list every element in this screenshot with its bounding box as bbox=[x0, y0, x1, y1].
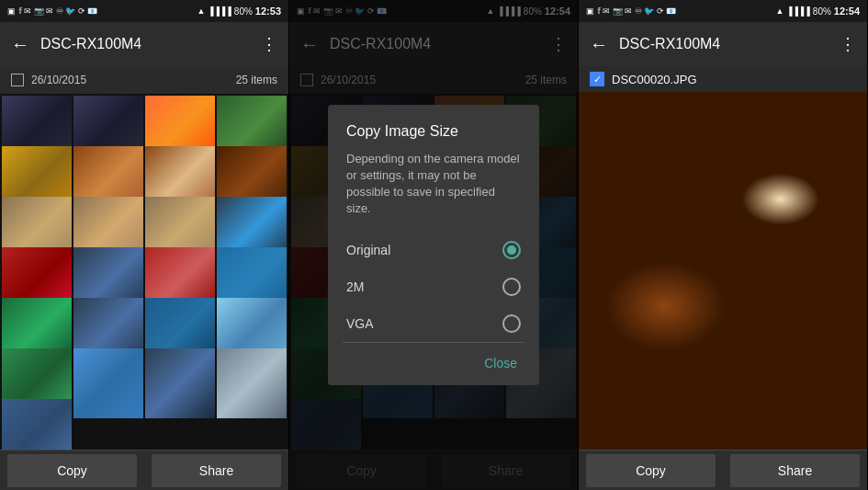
status-right-icons: ▲ ▐▐▐▐ 80% 12:53 bbox=[197, 6, 281, 17]
detail-filename-row: ✓ DSC00020.JPG bbox=[579, 66, 867, 92]
date-checkbox-1[interactable] bbox=[11, 74, 24, 86]
filename-checkbox[interactable]: ✓ bbox=[590, 72, 604, 86]
panel-1: ▣ 𝕗 ✉ 📷 ✉ ♾ 🐦 ⟳ 📧 ▲ ▐▐▐▐ 80% 12:53 ← DSC… bbox=[0, 0, 289, 490]
app-title-1: DSC-RX100M4 bbox=[40, 36, 261, 52]
detail-image[interactable] bbox=[579, 92, 867, 450]
status-time-1: 12:53 bbox=[255, 6, 281, 17]
checkmark-icon: ✓ bbox=[593, 74, 602, 85]
date-text-1: 26/10/2015 bbox=[31, 74, 86, 86]
status-left-icons-3: ▣ 𝕗 ✉ 📷 ✉ ♾ 🐦 ⟳ 📧 bbox=[586, 6, 676, 16]
dialog-option-2m[interactable]: 2M bbox=[346, 268, 521, 305]
bottom-bar-1: Copy Share bbox=[0, 450, 288, 490]
dialog-message: Depending on the camera model or setting… bbox=[346, 151, 521, 218]
app-title-3: DSC-RX100M4 bbox=[619, 36, 840, 52]
battery-text: 80% bbox=[234, 6, 253, 17]
date-bar-1: 26/10/2015 25 items bbox=[0, 66, 288, 94]
copy-image-size-dialog: Copy Image Size Depending on the camera … bbox=[328, 105, 539, 386]
app-bar-1: ← DSC-RX100M4 ⋮ bbox=[0, 22, 288, 66]
photo-cell-22[interactable] bbox=[73, 348, 143, 418]
notification-icons-3: ▣ 𝕗 ✉ 📷 ✉ ♾ 🐦 ⟳ 📧 bbox=[586, 6, 676, 16]
wifi-icon-3: ▲ bbox=[775, 6, 783, 16]
status-bar-1: ▣ 𝕗 ✉ 📷 ✉ ♾ 🐦 ⟳ 📧 ▲ ▐▐▐▐ 80% 12:53 bbox=[0, 0, 288, 22]
food-image-overlay bbox=[579, 92, 867, 450]
battery-text-3: 80% bbox=[813, 6, 831, 17]
photo-cell-25[interactable] bbox=[2, 399, 72, 450]
dialog-title: Copy Image Size bbox=[346, 123, 521, 140]
notification-icons: ▣ 𝕗 ✉ 📷 ✉ ♾ 🐦 ⟳ 📧 bbox=[7, 6, 97, 16]
wifi-icon: ▲ bbox=[197, 6, 205, 16]
dialog-option-original-label: Original bbox=[346, 243, 390, 257]
dialog-overlay: Copy Image Size Depending on the camera … bbox=[289, 0, 578, 490]
status-time-3: 12:54 bbox=[834, 6, 860, 17]
radio-vga[interactable] bbox=[502, 314, 521, 333]
photo-grid-1 bbox=[0, 94, 288, 450]
photo-cell-23[interactable] bbox=[145, 348, 215, 418]
date-check-1: 26/10/2015 bbox=[11, 74, 86, 86]
radio-original[interactable] bbox=[502, 241, 521, 259]
dialog-option-2m-label: 2M bbox=[346, 279, 364, 294]
copy-button-3[interactable]: Copy bbox=[586, 454, 716, 487]
panel-3: ▣ 𝕗 ✉ 📷 ✉ ♾ 🐦 ⟳ 📧 ▲ ▐▐▐▐ 80% 12:54 ← DSC… bbox=[579, 0, 868, 490]
dialog-close-button[interactable]: Close bbox=[480, 350, 521, 376]
share-button-1[interactable]: Share bbox=[152, 454, 281, 487]
items-count-1: 25 items bbox=[236, 74, 277, 86]
signal-icon: ▐▐▐▐ bbox=[208, 6, 231, 16]
status-left-icons: ▣ 𝕗 ✉ 📷 ✉ ♾ 🐦 ⟳ 📧 bbox=[7, 6, 97, 16]
back-button-1[interactable]: ← bbox=[11, 34, 29, 55]
copy-button-1[interactable]: Copy bbox=[7, 454, 137, 487]
dialog-close-row: Close bbox=[346, 343, 521, 376]
signal-icon-3: ▐▐▐▐ bbox=[786, 6, 810, 16]
dialog-option-vga[interactable]: VGA bbox=[346, 305, 521, 342]
panel-2: ▣ 𝕗 ✉ 📷 ✉ ♾ 🐦 ⟳ 📧 ▲ ▐▐▐▐ 80% 12:54 ← DSC… bbox=[289, 0, 579, 490]
bottom-bar-3: Copy Share bbox=[579, 450, 867, 490]
filename-text: DSC00020.JPG bbox=[612, 73, 697, 86]
radio-2m[interactable] bbox=[502, 278, 521, 296]
dialog-option-vga-label: VGA bbox=[346, 316, 374, 331]
radio-inner-original bbox=[507, 245, 516, 255]
dialog-option-original[interactable]: Original bbox=[346, 232, 521, 268]
photo-cell-24[interactable] bbox=[217, 348, 287, 418]
share-button-3[interactable]: Share bbox=[730, 454, 860, 487]
menu-button-1[interactable]: ⋮ bbox=[261, 34, 277, 54]
menu-button-3[interactable]: ⋮ bbox=[840, 34, 856, 54]
status-bar-3: ▣ 𝕗 ✉ 📷 ✉ ♾ 🐦 ⟳ 📧 ▲ ▐▐▐▐ 80% 12:54 bbox=[579, 0, 867, 22]
app-bar-3: ← DSC-RX100M4 ⋮ bbox=[579, 22, 867, 66]
back-button-3[interactable]: ← bbox=[590, 34, 608, 55]
status-right-icons-3: ▲ ▐▐▐▐ 80% 12:54 bbox=[775, 6, 860, 17]
